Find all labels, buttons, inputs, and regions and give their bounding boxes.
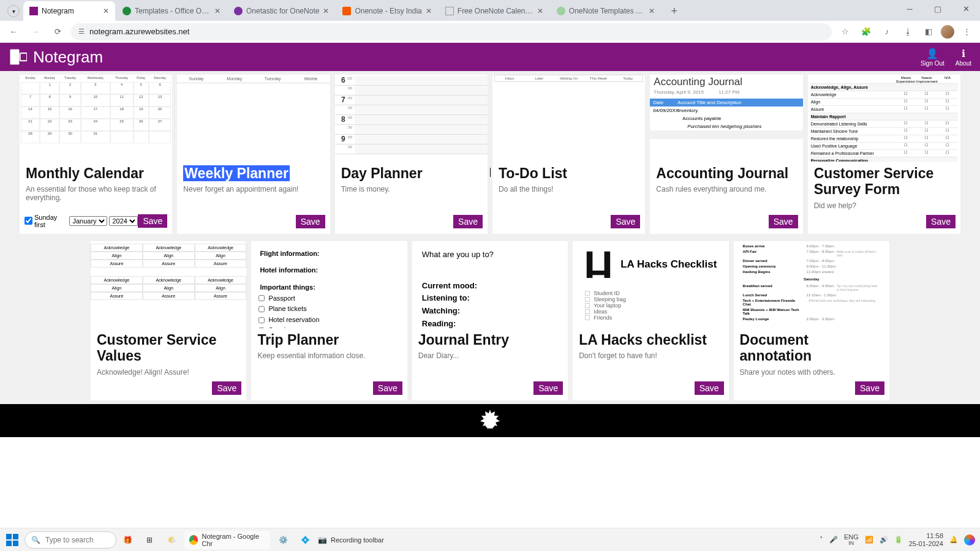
save-button[interactable]: Save <box>138 214 167 228</box>
card-title: Accounting Journal <box>656 165 796 181</box>
card-monthly-calendar[interactable]: SundayMondayTuesdayWednesdayThursdayFrid… <box>20 75 172 234</box>
favicon <box>342 7 351 15</box>
url-input[interactable]: ☰ notegram.azurewebsites.net <box>71 23 832 40</box>
month-select[interactable]: January <box>69 216 107 226</box>
close-icon[interactable]: ✕ <box>426 7 432 15</box>
sunday-first-checkbox[interactable] <box>24 217 32 225</box>
card-description: An essential for those who keep track of… <box>26 185 166 202</box>
browser-tab-bar: ▾ Notegram ✕ Templates - Office OneNote … <box>0 0 980 21</box>
tab-archives[interactable]: OneNote Templates Archives ✕ <box>551 1 661 21</box>
card-cs-values[interactable]: AcknowledgeAlignAssure AcknowledgeAlignA… <box>91 241 246 400</box>
save-button[interactable]: Save <box>212 381 241 395</box>
close-icon[interactable]: ✕ <box>103 7 109 15</box>
back-button[interactable]: ← <box>5 23 22 40</box>
forward-button[interactable]: → <box>27 23 44 40</box>
close-icon[interactable]: ✕ <box>649 7 655 15</box>
close-icon[interactable]: ✕ <box>323 7 329 15</box>
favicon <box>234 7 243 15</box>
page-footer <box>0 404 980 437</box>
minimize-button[interactable]: ─ <box>895 0 924 17</box>
card-la-hacks[interactable]: LA Hacks Checklist Student IDSleeping ba… <box>573 241 728 400</box>
card-weekly-planner[interactable]: Sunday Monday Tuesday Wedne Weekly Plann… <box>177 75 330 234</box>
save-button[interactable]: Save <box>533 381 563 395</box>
preview: Meets ExpectationNeeds ImprovementN/A Ac… <box>808 75 960 162</box>
site-info-icon[interactable]: ☰ <box>78 28 85 36</box>
save-button[interactable]: Save <box>769 215 798 228</box>
card-trip-planner[interactable]: Flight information: Hotel information: I… <box>251 241 407 400</box>
extensions-icon[interactable]: 🧩 <box>858 23 875 40</box>
close-button[interactable]: ✕ <box>952 0 980 17</box>
save-button[interactable]: Save <box>611 215 640 228</box>
preview: SundayMondayTuesdayWednesdayThursdayFrid… <box>20 75 172 162</box>
card-title: Journal Entry <box>418 332 562 348</box>
card-day-planner[interactable]: 6:00 :30 7:00 :30 8:00 :30 9:00 :30 Day … <box>335 75 488 234</box>
save-button[interactable]: Save <box>855 381 884 395</box>
card-description: Do all the things! <box>499 185 639 193</box>
card-doc-annotation[interactable]: Buses arrive6:00pm - 7:30pmAPI Fair7:30p… <box>734 241 889 400</box>
menu-icon[interactable]: ⋮ <box>958 23 975 40</box>
svg-rect-0 <box>10 50 20 65</box>
media-icon[interactable]: ♪ <box>878 23 895 40</box>
tab-onetastic[interactable]: Onetastic for OneNote ✕ <box>228 1 335 21</box>
year-select[interactable]: 2024 <box>109 216 138 226</box>
downloads-icon[interactable]: ⭳ <box>899 23 916 40</box>
save-button[interactable]: Save <box>695 381 724 395</box>
card-title: LA Hacks checklist <box>579 332 722 348</box>
card-description: Share your notes with others. <box>740 368 883 377</box>
preview: LA Hacks Checklist Student IDSleeping ba… <box>573 241 728 328</box>
card-description: Acknowledge! Align! Assure! <box>97 368 240 377</box>
save-button[interactable]: Save <box>296 215 325 228</box>
panel-icon[interactable]: ◧ <box>920 23 937 40</box>
tab-notegram[interactable]: Notegram ✕ <box>23 1 115 21</box>
preview: Flight information: Hotel information: I… <box>251 241 407 328</box>
bookmark-icon[interactable]: ☆ <box>837 23 854 40</box>
save-button[interactable]: Save <box>453 215 483 228</box>
preview: Buses arrive6:00pm - 7:30pmAPI Fair7:30p… <box>734 241 889 328</box>
preview: AcknowledgeAlignAssure AcknowledgeAlignA… <box>91 241 246 328</box>
new-tab-button[interactable]: + <box>666 2 683 20</box>
preview: InboxLaterWaiting OnThis WeekToday <box>492 75 645 162</box>
card-title: Customer Service Values <box>97 332 240 364</box>
card-title: Day Planner <box>341 165 481 181</box>
text-cursor <box>490 168 491 177</box>
sign-out-button[interactable]: 👤 Sign Out <box>921 48 944 67</box>
maximize-button[interactable]: ▢ <box>924 0 952 17</box>
card-title: Monthly Calendar <box>26 165 166 181</box>
favicon <box>445 7 454 15</box>
app-header: Notegram 👤 Sign Out ℹ About <box>0 43 980 71</box>
app-title: Notegram <box>33 48 103 67</box>
tab-freecal[interactable]: Free OneNote Calendar Temp ✕ <box>439 1 549 21</box>
profile-avatar[interactable] <box>941 25 954 39</box>
card-todo-list[interactable]: InboxLaterWaiting OnThis WeekToday To-Do… <box>492 75 645 234</box>
tab-etsy[interactable]: Onenote - Etsy India ✕ <box>336 1 437 21</box>
save-button[interactable]: Save <box>926 215 956 228</box>
favicon <box>123 7 131 15</box>
signout-icon: 👤 <box>926 48 938 59</box>
about-button[interactable]: ℹ About <box>956 48 971 67</box>
app-logo-icon <box>9 48 27 66</box>
preview: Accounting Journal Thursday, April 9, 20… <box>650 75 802 162</box>
templates-row-1: SundayMondayTuesdayWednesdayThursdayFrid… <box>0 71 980 238</box>
close-icon[interactable]: ✕ <box>537 7 543 15</box>
card-cs-survey[interactable]: Meets ExpectationNeeds ImprovementN/A Ac… <box>808 75 960 234</box>
tab-search-icon[interactable]: ▾ <box>7 5 20 17</box>
card-title: Customer Service Survey Form <box>814 165 954 198</box>
card-description: Cash rules everything around me. <box>656 185 796 193</box>
close-icon[interactable]: ✕ <box>214 7 221 15</box>
card-description: Never forget an appointment again! <box>183 185 323 193</box>
reload-button[interactable]: ⟳ <box>49 23 66 40</box>
card-description: Time is money. <box>341 185 481 193</box>
card-journal-entry[interactable]: What are you up to? Current mood: Listen… <box>412 241 568 400</box>
card-accounting-journal[interactable]: Accounting Journal Thursday, April 9, 20… <box>650 75 802 234</box>
card-title: Trip Planner <box>257 332 401 348</box>
address-bar: ← → ⟳ ☰ notegram.azurewebsites.net ☆ 🧩 ♪… <box>0 21 980 43</box>
card-title: To-Do List <box>499 165 639 181</box>
card-description: Don't forget to have fun! <box>579 351 722 360</box>
preview: What are you up to? Current mood: Listen… <box>412 241 568 328</box>
card-title: Document annotation <box>740 332 883 364</box>
templates-row-2: AcknowledgeAlignAssure AcknowledgeAlignA… <box>0 238 980 404</box>
tab-templates[interactable]: Templates - Office OneNote G ✕ <box>116 1 227 21</box>
about-icon: ℹ <box>962 48 965 59</box>
card-description: Did we help? <box>814 201 954 210</box>
save-button[interactable]: Save <box>373 381 402 395</box>
